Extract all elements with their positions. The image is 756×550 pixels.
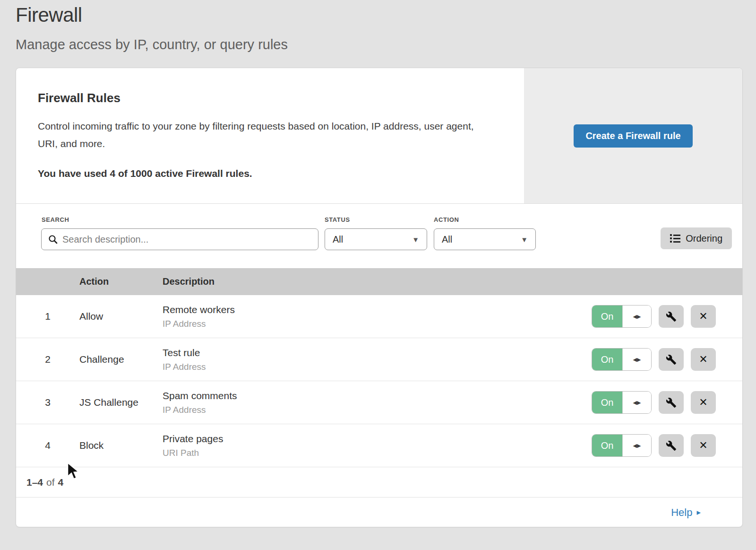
rule-action: Allow bbox=[79, 311, 163, 322]
rule-priority: 4 bbox=[16, 440, 79, 451]
delete-rule-button[interactable]: ✕ bbox=[691, 305, 716, 328]
edit-rule-button[interactable] bbox=[659, 391, 684, 414]
toggle-on-segment[interactable]: On bbox=[592, 349, 622, 370]
chevron-down-icon: ▼ bbox=[521, 236, 528, 244]
wrench-icon bbox=[666, 354, 677, 365]
wrench-icon bbox=[666, 440, 677, 451]
action-select-value: All bbox=[442, 234, 452, 245]
status-select-value: All bbox=[333, 234, 343, 245]
toggle-on-segment[interactable]: On bbox=[592, 392, 622, 413]
delete-rule-button[interactable]: ✕ bbox=[691, 391, 716, 414]
delete-rule-button[interactable]: ✕ bbox=[691, 434, 716, 457]
rule-enabled-toggle[interactable]: On ◀▶ bbox=[592, 391, 652, 414]
search-icon bbox=[48, 235, 58, 244]
close-icon: ✕ bbox=[699, 353, 707, 366]
wrench-icon bbox=[666, 311, 677, 322]
status-label: STATUS bbox=[325, 216, 350, 223]
edit-rule-button[interactable] bbox=[659, 305, 684, 328]
rule-description: Spam comments bbox=[163, 390, 592, 402]
chevron-down-icon: ▼ bbox=[412, 236, 419, 244]
rule-priority: 1 bbox=[16, 311, 79, 322]
filters-bar: SEARCH STATUS ACTION All ▼ All ▼ Orderin… bbox=[16, 204, 742, 268]
rule-description: Private pages bbox=[163, 433, 592, 445]
rule-controls: On ◀▶ ✕ bbox=[592, 305, 716, 328]
column-header-description: Description bbox=[163, 276, 215, 287]
rule-action: Challenge bbox=[79, 354, 163, 365]
pagination-range: 1–4 bbox=[26, 477, 43, 488]
rule-action: Block bbox=[79, 440, 163, 451]
pagination-of: of bbox=[46, 477, 55, 488]
close-icon: ✕ bbox=[699, 396, 707, 409]
toggle-arrows-icon[interactable]: ◀▶ bbox=[622, 349, 651, 370]
page-header: Firewall Manage access by IP, country, o… bbox=[16, 4, 288, 52]
pagination-total: 4 bbox=[58, 477, 64, 488]
rule-match-type: URI Path bbox=[163, 448, 592, 458]
column-header-action: Action bbox=[79, 276, 163, 287]
edit-rule-button[interactable] bbox=[659, 348, 684, 371]
rule-description-cell: Private pages URI Path bbox=[163, 433, 592, 458]
ordering-button-label: Ordering bbox=[686, 233, 722, 244]
search-input[interactable] bbox=[62, 234, 311, 245]
table-row: 1 Allow Remote workers IP Address On ◀▶ … bbox=[16, 295, 742, 338]
help-footer: Help ▸ bbox=[16, 498, 742, 527]
toggle-arrows-icon[interactable]: ◀▶ bbox=[622, 435, 651, 456]
rule-enabled-toggle[interactable]: On ◀▶ bbox=[592, 348, 652, 371]
rule-description-cell: Spam comments IP Address bbox=[163, 390, 592, 415]
rule-match-type: IP Address bbox=[163, 405, 592, 415]
close-icon: ✕ bbox=[699, 310, 707, 323]
rule-priority: 2 bbox=[16, 354, 79, 365]
rule-action: JS Challenge bbox=[79, 397, 163, 408]
help-link[interactable]: Help ▸ bbox=[671, 506, 701, 519]
rule-description-cell: Remote workers IP Address bbox=[163, 304, 592, 329]
toggle-on-segment[interactable]: On bbox=[592, 306, 622, 327]
search-label: SEARCH bbox=[42, 216, 69, 223]
action-label: ACTION bbox=[434, 216, 459, 223]
rule-enabled-toggle[interactable]: On ◀▶ bbox=[592, 434, 652, 457]
rule-match-type: IP Address bbox=[163, 319, 592, 329]
close-icon: ✕ bbox=[699, 439, 707, 452]
rule-enabled-toggle[interactable]: On ◀▶ bbox=[592, 305, 652, 328]
pagination-bar: 1–4 of 4 bbox=[16, 467, 742, 498]
wrench-icon bbox=[666, 397, 677, 408]
create-firewall-rule-button[interactable]: Create a Firewall rule bbox=[574, 124, 692, 148]
toggle-arrows-icon[interactable]: ◀▶ bbox=[622, 306, 651, 327]
help-link-label: Help bbox=[671, 506, 692, 519]
rule-description: Remote workers bbox=[163, 304, 592, 315]
edit-rule-button[interactable] bbox=[659, 434, 684, 457]
toggle-on-segment[interactable]: On bbox=[592, 435, 622, 456]
intro-text-block: Firewall Rules Control incoming traffic … bbox=[16, 68, 524, 203]
rule-priority: 3 bbox=[16, 397, 79, 408]
table-row: 3 JS Challenge Spam comments IP Address … bbox=[16, 381, 742, 424]
rule-description-cell: Test rule IP Address bbox=[163, 347, 592, 372]
usage-summary: You have used 4 of 1000 active Firewall … bbox=[38, 168, 502, 179]
page-subtitle: Manage access by IP, country, or query r… bbox=[16, 37, 288, 52]
rule-controls: On ◀▶ ✕ bbox=[592, 348, 716, 371]
status-select[interactable]: All ▼ bbox=[325, 228, 427, 250]
ordering-button[interactable]: Ordering bbox=[661, 227, 732, 249]
action-select[interactable]: All ▼ bbox=[434, 228, 536, 250]
table-row: 4 Block Private pages URI Path On ◀▶ ✕ bbox=[16, 424, 742, 467]
section-description: Control incoming traffic to your zone by… bbox=[38, 118, 491, 153]
intro-section: Firewall Rules Control incoming traffic … bbox=[16, 68, 742, 204]
cta-panel: Create a Firewall rule bbox=[524, 68, 742, 203]
list-ordering-icon bbox=[670, 234, 680, 243]
rule-description: Test rule bbox=[163, 347, 592, 358]
search-box[interactable] bbox=[41, 228, 318, 250]
page-title: Firewall bbox=[16, 4, 288, 26]
toggle-arrows-icon[interactable]: ◀▶ bbox=[622, 392, 651, 413]
section-heading: Firewall Rules bbox=[38, 91, 502, 105]
rule-controls: On ◀▶ ✕ bbox=[592, 391, 716, 414]
delete-rule-button[interactable]: ✕ bbox=[691, 348, 716, 371]
firewall-rules-card: Firewall Rules Control incoming traffic … bbox=[16, 68, 743, 527]
table-header: Action Description bbox=[16, 268, 742, 295]
arrow-right-icon: ▸ bbox=[696, 507, 701, 517]
rule-match-type: IP Address bbox=[163, 362, 592, 372]
rule-controls: On ◀▶ ✕ bbox=[592, 434, 716, 457]
table-row: 2 Challenge Test rule IP Address On ◀▶ ✕ bbox=[16, 338, 742, 381]
